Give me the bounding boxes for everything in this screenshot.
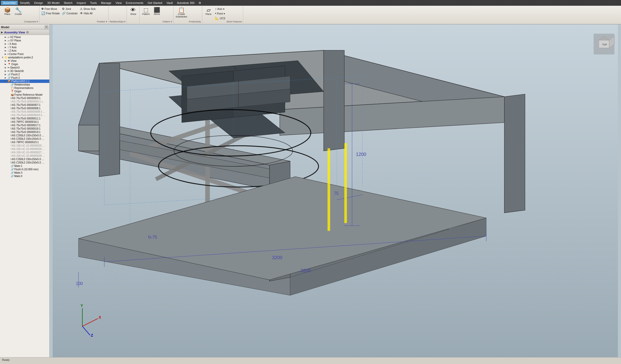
menu-item-simplify[interactable]: Simplify [18,1,32,5]
tree-item-flush2[interactable]: ▶🔗Flush:2 [0,73,49,76]
tree-container: ▶▱XZ Plane▶▱XY Plane▶↕X Axis▶↕Y Axis▶↕Z … [0,35,49,357]
tree-item-mate1[interactable]: 🔗Mate:1 [0,164,49,168]
menu-item-extra[interactable]: ⚙ [196,1,203,5]
tree-item-origin[interactable]: ▶📍Origin [0,63,49,66]
tree-item-3d-sketch6[interactable]: ▶✏3D Sketch6 [0,69,49,73]
tree-item-as75x75x5-7[interactable]: IAS 75x75x5 00000019:1 [0,130,49,134]
tree-item-x-axis[interactable]: ▶↕X Axis [0,42,49,46]
tree-item-xy-plane[interactable]: ▶▱XY Plane [0,39,49,42]
tree-item-asc350l-2[interactable]: IAS C350L0 150x150x5.0 SHS 00000030:1 [0,137,49,141]
tree-item-z-axis[interactable]: ▶↕Z Axis [0,49,49,52]
tree-item-as100uc-sup1[interactable]: IAS-100-UC-15-00000025:1 (Suppressed) [0,144,49,147]
tree-expand-xy-plane[interactable]: ▶ [5,39,7,42]
axis-button[interactable]: ↕ Axis ▾ [214,7,226,11]
menu-item-inspect[interactable]: Inspect [75,1,88,5]
tree-item-mate3[interactable]: 🔗Mate:3 [0,171,49,174]
free-rotate-button[interactable]: 🔄 Free Rotate [40,11,61,15]
assembly-view-settings-icon[interactable]: ⚙ [26,31,29,34]
tree-expand-origin[interactable]: ▶ [5,63,7,65]
tree-item-representations[interactable]: 📋Representations [0,86,49,90]
joint-button[interactable]: ⚙ Joint [61,7,79,11]
svg-marker-7 [79,125,99,151]
plane-button[interactable]: ▱ Plane [203,7,214,23]
mirror-button[interactable]: ⬛ Mirror [152,7,162,23]
tree-expand-xz-plane[interactable]: ▶ [5,36,7,38]
tree-item-as75x75x5-sup3[interactable]: IAS-75x75x5-000000010:1 (Suppressed) [0,113,49,117]
tree-icon-center-point: • [8,53,9,56]
constrain-button[interactable]: 🔗 Constrain [61,11,79,15]
point-button[interactable]: • Point ▾ [214,11,226,16]
tree-expand-flush3[interactable]: ▶ [5,77,7,79]
ucs-button[interactable]: 📐 UCS [214,16,226,20]
tree-item-xz-plane[interactable]: ▶▱XZ Plane [0,35,49,39]
tree-item-flush3[interactable]: ▶🔗Flush:3 [0,76,49,80]
tree-item-y-axis[interactable]: ▶↕Y Axis [0,46,49,49]
menu-item-manage[interactable]: Manage [99,1,114,5]
hide-all-button[interactable]: 👁 Hide All [79,11,97,15]
place-button[interactable]: 📦 Place [2,7,13,23]
tree-expand-3d-sketch6[interactable]: ▶ [5,70,7,72]
menu-item-design[interactable]: Design [32,1,45,5]
tree-item-as100uc-sup4[interactable]: IAS-100-UC-15-00000028:1 (Suppressed) [0,154,49,157]
tree-item-as75x75x5-sup2[interactable]: IAS-75x75x5-000000009:1 (Suppressed) [0,110,49,113]
tree-item-workplatform[interactable]: ▼📁workplatform prelim:2 [0,56,49,59]
menu-item-assemble[interactable]: Assemble [1,1,18,5]
menu-item-getstarted[interactable]: Get Started [146,1,164,5]
tree-item-asc350l-3[interactable]: IAS C350L0 150x150x5.0 SHS 00000031:1 [0,157,49,161]
tree-item-as100uc-sup3[interactable]: IAS-100-UC-15-00000027:1 (Suppressed) [0,151,49,154]
tree-item-as75x75x5-1[interactable]: IAS 75x75x5 00000003:1 [0,96,49,100]
tree-item-asc350l-1[interactable]: IAS C350L0 150x150x5.0 SHS 00000029:1 [0,134,49,137]
menu-item-autodesk360[interactable]: Autodesk 360 [175,1,196,5]
tree-item-center-point[interactable]: ▶•Center Point [0,52,49,56]
panel-close-button[interactable]: ✕ [45,25,48,29]
tree-expand-center-point[interactable]: ▶ [5,53,7,55]
tree-item-as79pfc1[interactable]: IAS 79PFC 00000016:1 [0,120,49,124]
svg-text:3200: 3200 [300,268,311,273]
tree-item-as75x75x5-sup1[interactable]: IAS-75x75x5-00000004:1 (Suppressed) [0,100,49,103]
tree-expand-flush2[interactable]: ▶ [5,73,7,76]
tree-item-as75x75x5-5[interactable]: IAS 75x75x5 00000017:1 [0,124,49,127]
tree-item-sketch3[interactable]: ▶✏Sketch3 [0,66,49,69]
svg-rect-57 [327,148,330,231]
tree-item-as75x75x5-3[interactable]: IAS 75x75x5 00000008:1 [0,107,49,110]
viewport[interactable]: 1200 75 3200 3200 100 fx:75 [50,25,621,357]
tree-item-asc350l-4[interactable]: IAS C350L0 150x150x5.0 SHS 00000032:1 [0,161,49,164]
tree-label-as75x75x5-sup3: AS-75x75x5-000000010:1 (Suppressed) [12,114,46,117]
tree-item-flush4[interactable]: 🔗Flush:4 (10.000 mm) [0,168,49,171]
tree-icon-as75x75x5-sup2: I [11,110,11,113]
create-substitutes-button[interactable]: 📋 CreateSubstitutes [175,7,188,23]
menu-item-view[interactable]: View [114,1,124,5]
tree-expand-view[interactable]: ▶ [5,60,7,62]
show-sick-button[interactable]: ⚠ Show Sick [79,7,97,11]
tree-item-mate4[interactable]: 🔗Mate:4 [0,174,49,178]
assembly-expand-icon[interactable]: ▶ [1,31,3,34]
menu-item-3dmodel[interactable]: 3D Model [45,1,62,5]
tree-item-origin2[interactable]: 📍Origin [0,90,49,93]
tree-item-as100uc-sup2[interactable]: IAS-100-UC-15-00000026:1 (Suppressed) [0,147,49,151]
menu-item-vault[interactable]: Vault [164,1,175,5]
constrain-label: Constrain [67,12,78,15]
tree-expand-sketch3[interactable]: ▶ [5,66,7,69]
viewcube[interactable]: TOP [592,32,613,53]
tree-item-frame-ref[interactable]: 📦Frame Reference Model [0,93,49,96]
create-button[interactable]: 🔧 Create [13,7,23,23]
tree-expand-x-axis[interactable]: ▶ [5,43,7,45]
tree-item-view[interactable]: ▶👁View: [0,59,49,63]
tree-item-as75x75x5-6[interactable]: IAS 75x75x5 00000018:1 [0,127,49,130]
show-button[interactable]: 👁 Show [128,7,138,23]
tree-icon-as75x75x5-2: I [11,104,11,106]
tree-item-as75x75x5-2[interactable]: IAS 75x75x5 00000007:1 [0,103,49,107]
tree-expand-z-axis[interactable]: ▶ [5,50,7,52]
tree-item-selected-item[interactable]: ▶📦Platform003:1:1 [0,80,49,83]
tree-expand-y-axis[interactable]: ▶ [5,46,7,48]
tree-expand-selected-item[interactable]: ▶ [5,80,7,82]
free-move-button[interactable]: ✥ Free Move [40,7,61,11]
tree-item-as75x75x5-4[interactable]: IAS 75x75x5 00000011:1 [0,117,49,120]
menu-item-tools[interactable]: Tools [88,1,99,5]
tree-item-relationships[interactable]: 🔗Relationships [0,83,49,86]
tree-expand-workplatform[interactable]: ▼ [2,56,4,59]
menu-item-environments[interactable]: Environments [124,1,145,5]
pattern-button[interactable]: ⬚ Pattern [141,7,151,23]
tree-item-as79pfc2[interactable]: IAS 79PFC 00000023:1 [0,141,49,144]
menu-item-sketch[interactable]: Sketch [62,1,75,5]
